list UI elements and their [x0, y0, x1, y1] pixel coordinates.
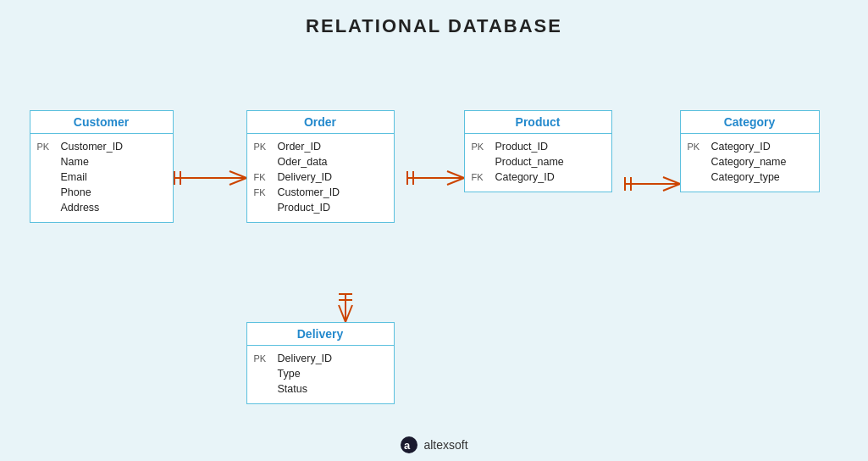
svg-line-7 — [346, 305, 352, 322]
customer-table-header: Customer — [30, 111, 173, 134]
order-table-body: PK Order_ID Oder_data FK Delivery_ID FK … — [247, 134, 394, 222]
category-table-body: PK Category_ID Category_name Category_ty… — [681, 134, 819, 192]
product-table: Product PK Product_ID Product_name FK Ca… — [464, 110, 612, 192]
category-table: Category PK Category_ID Category_name Ca… — [680, 110, 820, 192]
product-table-header: Product — [465, 111, 611, 134]
table-row: Address — [30, 200, 173, 215]
table-row: Category_type — [681, 169, 819, 185]
svg-line-11 — [447, 171, 464, 178]
order-table-header: Order — [247, 111, 394, 134]
altexsoft-logo-icon: a — [400, 436, 418, 454]
table-row: Phone — [30, 185, 173, 200]
table-row: Product_ID — [247, 200, 394, 215]
table-row: Product_name — [465, 154, 611, 169]
svg-line-1 — [229, 171, 246, 178]
diagram-area: Customer PK Customer_ID Name Email Phone… — [11, 53, 858, 434]
table-row: FK Delivery_ID — [247, 169, 394, 185]
table-row: PK Delivery_ID — [247, 351, 394, 366]
table-row: PK Category_ID — [681, 139, 819, 154]
brand-name: altexsoft — [423, 438, 467, 452]
page-title: RELATIONAL DATABASE — [306, 15, 562, 37]
table-row: Email — [30, 169, 173, 185]
field-name: Customer_ID — [61, 141, 166, 153]
table-row: Type — [247, 366, 394, 381]
product-table-body: PK Product_ID Product_name FK Category_I… — [465, 134, 611, 192]
svg-line-2 — [229, 178, 246, 185]
category-table-header: Category — [681, 111, 819, 134]
table-row: PK Customer_ID — [30, 139, 173, 154]
table-row: FK Customer_ID — [247, 185, 394, 200]
key-pk: PK — [37, 141, 61, 152]
svg-text:a: a — [404, 439, 411, 452]
delivery-table-body: PK Delivery_ID Type Status — [247, 346, 394, 403]
customer-table-body: PK Customer_ID Name Email Phone Address — [30, 134, 173, 222]
table-row: PK Order_ID — [247, 139, 394, 154]
svg-line-6 — [339, 305, 346, 322]
delivery-table-header: Delivery — [247, 323, 394, 346]
table-row: Name — [30, 154, 173, 169]
table-row: PK Product_ID — [465, 139, 611, 154]
delivery-table: Delivery PK Delivery_ID Type Status — [246, 322, 395, 404]
svg-line-17 — [663, 184, 680, 191]
table-row: FK Category_ID — [465, 169, 611, 185]
table-row: Oder_data — [247, 154, 394, 169]
order-table: Order PK Order_ID Oder_data FK Delivery_… — [246, 110, 395, 223]
footer: a altexsoft — [400, 436, 467, 454]
table-row: Status — [247, 381, 394, 397]
svg-line-16 — [663, 177, 680, 184]
table-row: Category_name — [681, 154, 819, 169]
customer-table: Customer PK Customer_ID Name Email Phone… — [30, 110, 174, 223]
svg-line-12 — [447, 178, 464, 185]
